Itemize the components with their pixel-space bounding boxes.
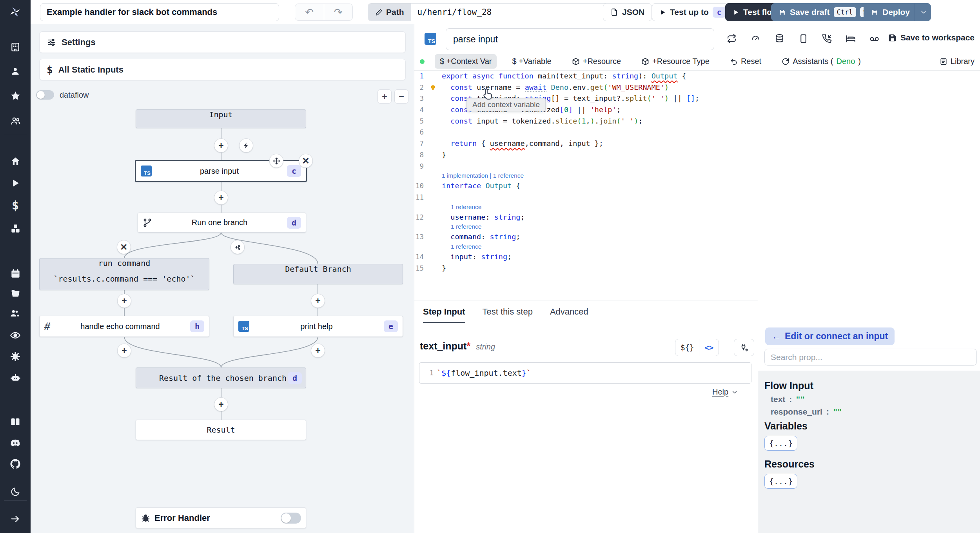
node-handle-echo-command[interactable]: # handle echo command h xyxy=(39,316,209,337)
code-mode-button[interactable]: <> xyxy=(699,339,719,356)
schedules-calendar-icon[interactable] xyxy=(0,266,31,281)
json-button[interactable]: JSON xyxy=(603,3,652,21)
code-line[interactable]: 8} xyxy=(414,149,980,161)
code-line[interactable]: 10interface Output { xyxy=(414,180,980,192)
code-line[interactable]: 2 const username = await Deno.env.get('W… xyxy=(414,82,980,93)
codelens[interactable]: 1 reference xyxy=(414,243,980,251)
node-branch-run-command[interactable]: run command `results.c.command === 'echo… xyxy=(39,258,209,290)
resources-boxes-icon[interactable] xyxy=(0,220,31,236)
static-mode-button[interactable]: ${} xyxy=(675,339,699,356)
node-run-one-branch[interactable]: Run one branch d xyxy=(138,213,306,233)
expression-editor[interactable]: 1 `${flow_input.text}` xyxy=(419,362,751,384)
prop-row-response-url[interactable]: response_url:"" xyxy=(771,407,980,417)
github-icon[interactable] xyxy=(0,456,31,472)
user-icon[interactable] xyxy=(0,64,31,79)
audit-eye-icon[interactable] xyxy=(0,327,31,343)
undo-button[interactable]: ↶ xyxy=(295,4,324,20)
delete-step-button[interactable]: ✕ xyxy=(299,154,313,168)
tab-advanced[interactable]: Advanced xyxy=(550,300,588,323)
codelens[interactable]: 1 reference xyxy=(414,223,980,231)
insert-step-button[interactable]: + xyxy=(117,344,131,358)
search-prop-input[interactable]: Search prop... xyxy=(764,349,977,366)
step-name-input[interactable]: parse input xyxy=(446,28,714,50)
workspace-icon[interactable] xyxy=(0,39,31,55)
insert-step-button[interactable]: + xyxy=(311,294,325,308)
discord-icon[interactable] xyxy=(0,435,31,451)
windmill-logo[interactable] xyxy=(0,0,31,24)
insert-step-button[interactable]: + xyxy=(214,397,228,411)
insert-step-button[interactable]: + xyxy=(214,138,228,153)
variables-dollar-icon[interactable]: $ xyxy=(0,197,31,213)
home-icon[interactable] xyxy=(0,153,31,169)
move-step-button[interactable] xyxy=(269,154,283,168)
tab-step-input[interactable]: Step Input xyxy=(423,300,465,323)
node-print-help[interactable]: TS print help e xyxy=(233,316,403,337)
insert-step-button[interactable]: + xyxy=(311,344,325,358)
save-draft-button[interactable]: Save draft Ctrl S xyxy=(771,3,878,21)
insert-step-button[interactable]: + xyxy=(214,191,228,205)
code-line[interactable]: 5 const input = tokenized.slice(1,).join… xyxy=(414,116,980,127)
code-line[interactable]: 1export async function main(text_input: … xyxy=(414,71,980,82)
resources-json-chip[interactable]: {...} xyxy=(764,474,797,489)
reset-button[interactable]: Reset xyxy=(725,54,766,69)
flow-settings-button[interactable]: Settings xyxy=(39,31,406,53)
code-line[interactable]: 11 xyxy=(414,192,980,203)
voicemail-icon[interactable] xyxy=(869,34,880,44)
workers-users-gear-icon[interactable] xyxy=(0,306,31,322)
test-up-to-button[interactable]: Test up to c xyxy=(652,3,733,21)
expand-arrow-icon[interactable] xyxy=(0,511,31,527)
settings-gear-icon[interactable] xyxy=(0,349,31,364)
library-button[interactable]: Library xyxy=(940,57,975,66)
robot-icon[interactable] xyxy=(0,370,31,386)
folders-icon[interactable] xyxy=(0,286,31,301)
bed-icon[interactable] xyxy=(846,34,856,44)
all-static-inputs-button[interactable]: $ All Static Inputs xyxy=(39,59,406,80)
code-line[interactable]: 9 xyxy=(414,161,980,172)
code-line[interactable]: 6 xyxy=(414,127,980,138)
variables-json-chip[interactable]: {...} xyxy=(764,436,797,451)
deploy-button[interactable]: Deploy xyxy=(864,3,931,21)
path-value-input[interactable]: u/henri/flow_28 xyxy=(411,4,498,21)
smartphone-icon[interactable] xyxy=(799,34,808,44)
add-context-var-button[interactable]: $ +Context Var xyxy=(435,54,497,69)
insert-step-button[interactable]: + xyxy=(117,294,131,308)
help-link[interactable]: Help xyxy=(712,387,738,397)
edit-or-connect-button[interactable]: ← Edit or connect an input xyxy=(765,327,895,345)
node-result-chosen-branch[interactable]: Result of the chosen branch d xyxy=(136,367,306,388)
repeat-icon[interactable] xyxy=(727,34,737,44)
error-handler-row[interactable]: Error Handler xyxy=(136,508,306,528)
code-line[interactable]: 15} xyxy=(414,263,980,274)
add-branch-button[interactable] xyxy=(230,240,245,254)
favorites-star-icon[interactable] xyxy=(0,88,31,104)
groups-icon[interactable] xyxy=(0,113,31,129)
chevron-down-icon[interactable] xyxy=(920,8,927,16)
zoom-in-button[interactable]: + xyxy=(377,89,392,104)
phone-incoming-icon[interactable] xyxy=(822,34,832,44)
database-icon[interactable] xyxy=(775,34,784,44)
assistants-button[interactable]: Assistants (Deno) xyxy=(777,54,866,69)
codelens[interactable]: 1 reference xyxy=(414,203,980,212)
prop-row-text[interactable]: text:"" xyxy=(771,395,980,404)
docs-book-icon[interactable] xyxy=(0,414,31,430)
error-handler-toggle[interactable] xyxy=(281,513,301,524)
add-resource-button[interactable]: +Resource xyxy=(567,54,626,69)
connect-input-button[interactable] xyxy=(734,339,754,356)
node-default-branch[interactable]: Default Branch xyxy=(233,264,403,284)
add-resource-type-button[interactable]: +Resource Type xyxy=(636,54,715,69)
trigger-lightning-button[interactable] xyxy=(239,138,253,153)
dataflow-toggle[interactable] xyxy=(36,90,54,100)
monaco-editor[interactable]: 1export async function main(text_input: … xyxy=(414,71,980,300)
add-variable-button[interactable]: $ +Variable xyxy=(507,54,556,69)
flow-title-input[interactable]: Example handler for slack bot commands xyxy=(40,3,279,21)
code-line[interactable]: 12 username: string; xyxy=(414,212,980,223)
node-input[interactable]: Input xyxy=(136,109,306,128)
save-to-workspace-button[interactable]: Save to workspace xyxy=(888,33,975,42)
tab-test-this-step[interactable]: Test this step xyxy=(483,300,533,323)
path-edit-button[interactable]: Path xyxy=(368,4,411,21)
lightbulb-icon[interactable] xyxy=(424,82,442,93)
node-result[interactable]: Result xyxy=(136,420,306,440)
remove-branch-button[interactable]: ✕ xyxy=(117,240,131,254)
gauge-icon[interactable] xyxy=(751,34,760,44)
codelens[interactable]: 1 implementation | 1 reference xyxy=(414,172,980,180)
zoom-out-button[interactable]: − xyxy=(394,89,408,104)
